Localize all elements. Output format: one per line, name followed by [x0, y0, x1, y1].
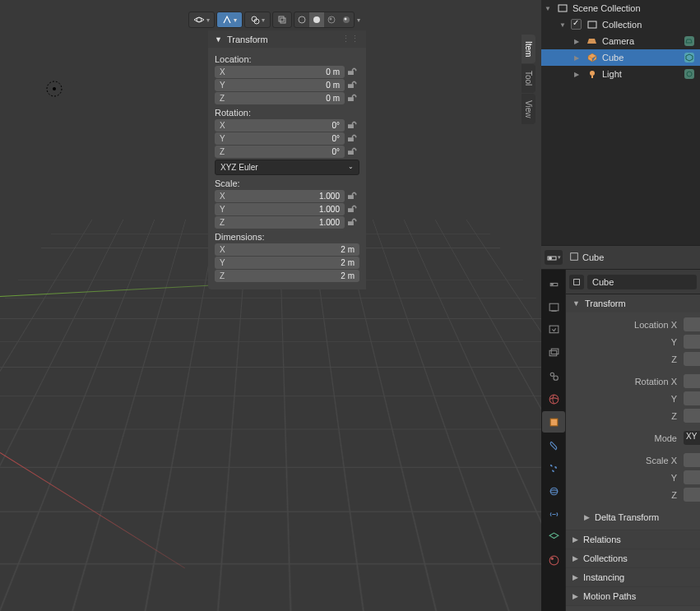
outliner-cube[interactable]: ▶ Cube	[541, 49, 700, 66]
prop-tab-physics[interactable]	[542, 480, 565, 502]
shading-wireframe[interactable]	[294, 12, 309, 27]
section-title: Relations	[583, 535, 621, 544]
n-tab-tool[interactable]: Tool	[522, 64, 535, 92]
section-instancing-header[interactable]: ▶Instancing	[566, 568, 700, 586]
n-tab-item[interactable]: Item	[522, 35, 535, 63]
expand-icon[interactable]: ▶	[574, 54, 582, 62]
dim-x-field[interactable]: X2 m	[215, 243, 359, 256]
rotation-x-field[interactable]: X0°	[215, 119, 345, 132]
outliner-scene-collection[interactable]: ▼ Scene Collection	[541, 0, 700, 16]
n-tab-view[interactable]: View	[522, 94, 535, 125]
light-data-badge-icon[interactable]	[684, 68, 695, 80]
prop-tab-data[interactable]	[542, 526, 565, 548]
prop-tab-object[interactable]	[542, 411, 565, 433]
scale-y-input[interactable]	[684, 470, 700, 484]
section-relations-header[interactable]: ▶Relations	[566, 530, 700, 549]
prop-tab-output[interactable]	[542, 319, 565, 340]
rotation-x-input[interactable]	[684, 374, 700, 388]
delta-transform-header[interactable]: ▶Delta Transform	[573, 508, 693, 526]
shading-solid[interactable]	[309, 12, 324, 27]
object-name-text: Cube	[582, 252, 604, 262]
properties-editor-type-icon[interactable]: ▾	[545, 250, 563, 265]
dim-z-field[interactable]: Z2 m	[215, 270, 359, 282]
section-motion-paths-header[interactable]: ▶Motion Paths	[566, 587, 700, 605]
location-y-input[interactable]	[684, 335, 700, 349]
collapse-arrow-icon: ▼	[573, 299, 580, 308]
section-collections-header[interactable]: ▶Collections	[566, 549, 700, 567]
viewport-3d[interactable]: ▾ ▾ ▾ ▾ X Y Z ▼ Transform ⋮⋮	[0, 0, 541, 611]
lock-icon[interactable]: 🔓︎	[348, 146, 359, 158]
gizmo-dropdown[interactable]: ▾	[216, 12, 243, 28]
dim-y-field[interactable]: Y2 m	[215, 257, 359, 269]
scale-z-input[interactable]	[684, 488, 700, 502]
camera-data-badge-icon[interactable]	[684, 35, 695, 47]
outliner-light[interactable]: ▶ Light	[541, 66, 700, 82]
rotation-y-input[interactable]	[684, 391, 700, 405]
prop-tab-scene[interactable]	[542, 365, 565, 387]
svg-point-8	[313, 16, 320, 23]
lock-icon[interactable]: 🔓︎	[348, 217, 359, 229]
svg-rect-44	[550, 419, 558, 426]
visibility-dropdown[interactable]: ▾	[188, 12, 215, 28]
svg-rect-6	[280, 18, 285, 23]
prop-tab-tool[interactable]	[542, 273, 565, 294]
mode-dropdown[interactable]: XY	[684, 431, 700, 445]
expand-arrow-icon: ▶	[573, 535, 578, 544]
shading-material[interactable]	[324, 12, 339, 27]
mesh-icon[interactable]	[569, 275, 584, 289]
prop-tab-world[interactable]	[542, 388, 565, 410]
scale-z-field[interactable]: Z1.000	[215, 216, 345, 229]
transform-panel-header[interactable]: ▼ Transform ⋮⋮	[208, 30, 366, 48]
xray-toggle[interactable]	[272, 12, 292, 28]
outliner-camera[interactable]: ▶ Camera	[541, 33, 700, 49]
rotation-z-field[interactable]: Z0°	[215, 146, 345, 158]
scale-x-input[interactable]	[684, 453, 700, 467]
prop-tab-constraints[interactable]	[542, 503, 565, 525]
lock-icon[interactable]: 🔓︎	[348, 80, 359, 91]
lock-icon[interactable]: 🔓︎	[348, 67, 359, 78]
svg-point-51	[550, 557, 553, 559]
light-object-dashed-circle[interactable]	[45, 80, 63, 98]
lock-icon[interactable]: 🔓︎	[348, 93, 359, 104]
lock-icon[interactable]: 🔓︎	[348, 191, 359, 202]
location-x-input[interactable]	[684, 317, 700, 331]
location-label: Location:	[215, 54, 359, 64]
expand-arrow-icon: ▶	[584, 513, 590, 521]
outliner-collection[interactable]: ▼ Collection	[541, 16, 700, 33]
prop-tab-modifiers[interactable]	[542, 434, 565, 456]
collapse-arrow-icon: ▼	[215, 35, 222, 44]
expand-icon[interactable]: ▶	[574, 71, 582, 78]
shading-rendered[interactable]	[339, 12, 354, 27]
overlay-dropdown[interactable]: ▾	[244, 12, 271, 28]
prop-tab-render[interactable]	[542, 296, 565, 317]
location-z-input[interactable]	[684, 352, 700, 366]
rotation-mode-dropdown[interactable]: XYZ Euler⌄	[215, 160, 359, 175]
prop-tab-viewlayer[interactable]	[542, 342, 565, 363]
scale-x-field[interactable]: X1.000	[215, 190, 345, 202]
prop-tab-particles[interactable]	[542, 457, 565, 479]
outliner[interactable]: ▼ Scene Collection ▼ Collection ▶ Camera…	[541, 0, 700, 245]
shading-dropdown-chevron[interactable]: ▾	[357, 16, 360, 24]
scale-z-label: Z	[671, 490, 677, 500]
location-z-field[interactable]: Z0 m	[215, 92, 345, 104]
section-transform-header[interactable]: ▼Transform	[566, 294, 700, 312]
location-x-field[interactable]: X0 m	[215, 66, 345, 78]
lock-icon[interactable]: 🔓︎	[348, 120, 359, 132]
panel-drag-icon[interactable]: ⋮⋮	[341, 34, 359, 44]
outliner-label: Scene Collection	[573, 3, 641, 13]
rotation-z-input[interactable]	[684, 409, 700, 423]
expand-icon[interactable]: ▼	[559, 21, 568, 29]
expand-icon[interactable]: ▼	[545, 5, 553, 12]
scale-y-field[interactable]: Y1.000	[215, 203, 345, 215]
mesh-data-badge-icon[interactable]	[684, 52, 695, 63]
object-name-input[interactable]: Cube	[587, 275, 697, 289]
collection-checkbox[interactable]	[571, 19, 582, 30]
lock-icon[interactable]: 🔓︎	[348, 133, 359, 145]
expand-icon[interactable]: ▶	[574, 38, 582, 45]
lock-icon[interactable]: 🔓︎	[348, 204, 359, 215]
location-y-label: Y	[671, 337, 677, 347]
svg-point-43	[549, 395, 559, 404]
prop-tab-material[interactable]	[542, 549, 565, 571]
location-y-field[interactable]: Y0 m	[215, 79, 345, 91]
rotation-y-field[interactable]: Y0°	[215, 132, 345, 145]
